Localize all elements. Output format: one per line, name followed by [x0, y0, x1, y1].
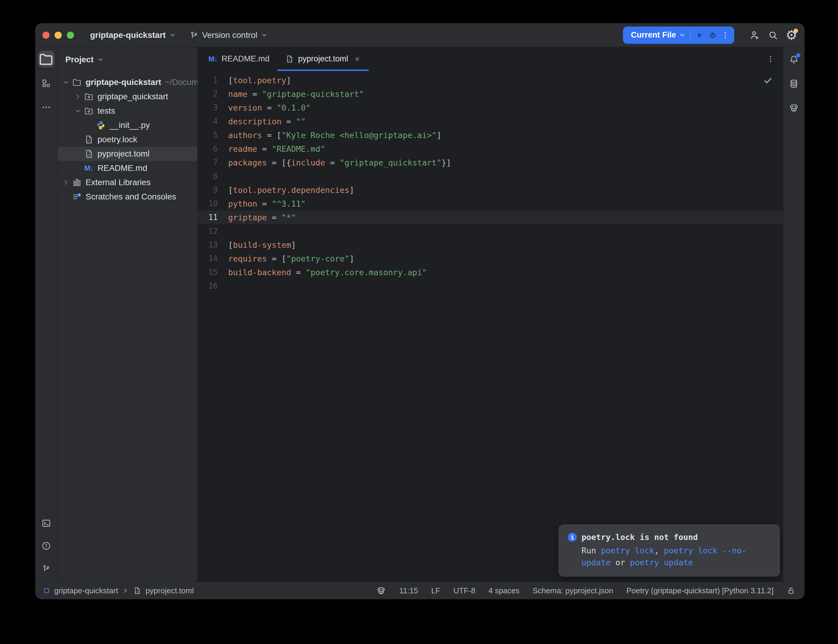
- code-line-14[interactable]: 14requires = ["poetry-core"]: [198, 251, 783, 265]
- vcs-tool-button[interactable]: [38, 560, 54, 577]
- code-line-1[interactable]: 1[tool.poetry]: [198, 73, 783, 87]
- tree-item-poetry-lock[interactable]: [T]poetry.lock: [58, 132, 197, 147]
- library-icon: [72, 177, 82, 187]
- tree-item-init-py[interactable]: __init__.py: [58, 118, 197, 132]
- code-editor[interactable]: 1[tool.poetry]2name = "griptape-quicksta…: [198, 71, 783, 582]
- project-selector[interactable]: griptape-quickstart: [90, 30, 176, 40]
- info-icon: i: [568, 533, 577, 542]
- debug-icon[interactable]: [706, 29, 719, 42]
- more-run-options-icon[interactable]: [719, 29, 731, 42]
- markdown-icon: M↓: [84, 163, 94, 173]
- terminal-icon: [41, 518, 51, 528]
- file-encoding[interactable]: UTF-8: [453, 586, 475, 595]
- lock-open-icon[interactable]: [787, 586, 796, 595]
- titlebar: griptape-quickstart Version control Curr…: [35, 23, 805, 47]
- tree-item-griptape-quickstart[interactable]: griptape-quickstart~/Docume: [58, 75, 197, 89]
- copilot-status-icon[interactable]: [376, 586, 386, 596]
- breadcrumb-project[interactable]: griptape-quickstart: [54, 586, 118, 595]
- code-line-2[interactable]: 2name = "griptape-quickstart": [198, 87, 783, 101]
- notification-text: ,: [654, 546, 664, 555]
- tab-options-button[interactable]: [766, 47, 783, 71]
- copilot-tool-button[interactable]: [785, 100, 802, 116]
- markdown-file-icon: M↓: [209, 54, 217, 64]
- line-number: 11: [198, 213, 218, 222]
- code-text: authors = ["Kyle Roche <hello@griptape.a…: [228, 131, 441, 140]
- indent-style[interactable]: 4 spaces: [488, 586, 519, 595]
- close-tab-icon[interactable]: [354, 56, 361, 62]
- project-selector-label: griptape-quickstart: [90, 30, 166, 40]
- notification-title: poetry.lock is not found: [582, 532, 698, 542]
- search-everywhere-button[interactable]: [766, 28, 780, 42]
- copilot-icon: [789, 103, 799, 113]
- tab-readme-md[interactable]: M↓README.md: [201, 47, 277, 71]
- tree-item-scratches-and-consoles[interactable]: Scratches and Consoles: [58, 190, 197, 204]
- chevron-down-icon[interactable]: [72, 107, 84, 115]
- notification-title-row: i poetry.lock is not found: [568, 532, 771, 542]
- tree-item-label: griptape_quickstart: [97, 92, 168, 101]
- structure-icon: [41, 78, 51, 88]
- code-text: description = "": [228, 117, 306, 126]
- line-number: 14: [198, 254, 218, 263]
- tree-item-pyproject-toml[interactable]: [T]pyproject.toml: [58, 147, 197, 161]
- code-line-12[interactable]: 12: [198, 224, 783, 238]
- line-number: 1: [198, 76, 218, 85]
- toml-icon: [T]: [84, 135, 94, 145]
- line-separator[interactable]: LF: [431, 586, 440, 595]
- code-line-15[interactable]: 15build-backend = "poetry.core.masonry.a…: [198, 265, 783, 279]
- settings-button[interactable]: ⚙: [784, 28, 799, 42]
- tab-label: pyproject.toml: [298, 54, 348, 64]
- terminal-tool-button[interactable]: [38, 515, 54, 532]
- inspection-ok-icon[interactable]: [763, 76, 773, 85]
- kebab-icon: [766, 54, 775, 64]
- chevron-down-icon[interactable]: [60, 79, 72, 86]
- code-text: [build-system]: [228, 240, 296, 250]
- code-line-8[interactable]: 8: [198, 169, 783, 183]
- caret-position[interactable]: 11:15: [399, 586, 418, 595]
- problems-tool-button[interactable]: [38, 537, 54, 554]
- tree-item-label: README.md: [97, 163, 147, 173]
- run-icon[interactable]: [693, 29, 706, 42]
- tree-item-tests[interactable]: tests: [58, 104, 197, 118]
- code-line-5[interactable]: 5authors = ["Kyle Roche <hello@griptape.…: [198, 128, 783, 142]
- tree-item-external-libraries[interactable]: External Libraries: [58, 175, 197, 190]
- notification-link-poetry-lock[interactable]: poetry lock: [601, 546, 654, 555]
- database-tool-button[interactable]: [785, 76, 802, 92]
- notifications-button[interactable]: [785, 51, 802, 68]
- vcs-widget[interactable]: Version control: [190, 30, 268, 40]
- chevron-right-icon[interactable]: [60, 179, 72, 186]
- tree-item-griptape-quickstart[interactable]: griptape_quickstart: [58, 89, 197, 104]
- python-interpreter[interactable]: Poetry (griptape-quickstart) [Python 3.1…: [626, 586, 774, 595]
- code-line-11[interactable]: 11griptape = "*": [198, 210, 783, 224]
- more-tool-windows-button[interactable]: [38, 99, 54, 116]
- folder-src-icon: [84, 106, 94, 116]
- code-line-9[interactable]: 9[tool.poetry.dependencies]: [198, 183, 783, 197]
- project-panel-header[interactable]: Project: [58, 47, 197, 75]
- structure-tool-button[interactable]: [38, 75, 54, 92]
- svg-text:[T]: [T]: [287, 59, 292, 62]
- tree-item-label: poetry.lock: [97, 135, 137, 144]
- tab-pyproject-toml[interactable]: [T]pyproject.toml: [277, 47, 369, 71]
- svg-text:[T]: [T]: [86, 139, 92, 143]
- code-line-6[interactable]: 6readme = "README.md": [198, 142, 783, 156]
- notification-link-poetry-update[interactable]: poetry update: [630, 558, 693, 567]
- minimize-window-button[interactable]: [54, 31, 62, 39]
- tree-item-readme-md[interactable]: M↓README.md: [58, 161, 197, 175]
- code-line-4[interactable]: 4description = "": [198, 115, 783, 128]
- close-window-button[interactable]: [42, 31, 49, 39]
- breadcrumb-file[interactable]: pyproject.toml: [146, 586, 194, 595]
- code-line-13[interactable]: 13[build-system]: [198, 238, 783, 251]
- schema-selector[interactable]: Schema: pyproject.json: [532, 586, 613, 595]
- chevron-down-icon: [97, 56, 104, 63]
- code-line-7[interactable]: 7packages = [{include = "griptape_quicks…: [198, 156, 783, 169]
- code-lines: 1[tool.poetry]2name = "griptape-quicksta…: [198, 73, 783, 293]
- project-tool-button[interactable]: [38, 51, 54, 67]
- add-user-button[interactable]: [748, 28, 762, 42]
- zoom-window-button[interactable]: [67, 31, 74, 39]
- code-line-16[interactable]: 16: [198, 279, 783, 293]
- code-line-10[interactable]: 10python = "^3.11": [198, 197, 783, 210]
- chevron-right-icon[interactable]: [72, 93, 84, 100]
- code-line-3[interactable]: 3version = "0.1.0": [198, 101, 783, 115]
- run-config-selector[interactable]: Current File: [631, 30, 676, 39]
- notification-text: Run: [582, 546, 601, 555]
- chevron-down-icon[interactable]: [679, 32, 685, 38]
